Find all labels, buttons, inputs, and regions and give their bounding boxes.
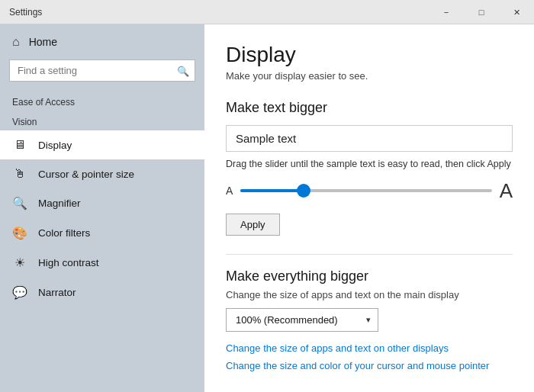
sidebar-item-display[interactable]: 🖥 Display — [0, 130, 204, 159]
display-icon: 🖥 — [12, 138, 27, 152]
sidebar-item-color-filters[interactable]: 🎨 Color filters — [0, 218, 204, 248]
cursor-icon: 🖱 — [12, 167, 27, 181]
other-displays-link[interactable]: Change the size of apps and text on othe… — [226, 342, 513, 354]
home-label: Home — [29, 36, 57, 48]
sidebar-item-display-label: Display — [38, 140, 72, 151]
search-input[interactable] — [9, 59, 195, 82]
slider-max-label: A — [500, 179, 513, 203]
section2-desc: Change the size of apps and text on the … — [226, 289, 513, 300]
sidebar-item-cursor-label: Cursor & pointer size — [38, 169, 134, 180]
sidebar-item-magnifier-label: Magnifier — [38, 198, 81, 209]
home-icon: ⌂ — [12, 35, 20, 49]
page-subtitle: Make your display easier to see. — [226, 70, 513, 82]
dropdown-wrapper: 100% (Recommended) 125% 150% 175% ▾ — [226, 308, 378, 332]
sidebar-item-home[interactable]: ⌂ Home — [0, 24, 204, 59]
titlebar-controls: − □ ✕ — [429, 0, 534, 24]
apply-button[interactable]: Apply — [226, 214, 280, 236]
maximize-button[interactable]: □ — [464, 0, 499, 24]
scale-dropdown[interactable]: 100% (Recommended) 125% 150% 175% — [226, 308, 378, 332]
sidebar-section-label: Ease of Access — [0, 91, 204, 111]
section2-title: Make everything bigger — [226, 268, 513, 284]
close-button[interactable]: ✕ — [499, 0, 534, 24]
section-divider — [226, 254, 513, 255]
narrator-icon: 💬 — [12, 285, 27, 300]
sidebar-item-cursor[interactable]: 🖱 Cursor & pointer size — [0, 159, 204, 188]
sidebar-vision-label: Vision — [0, 111, 204, 130]
sidebar: ⌂ Home 🔍 Ease of Access Vision 🖥 Display… — [0, 24, 204, 392]
content-area: Display Make your display easier to see.… — [204, 24, 534, 392]
slider-instruction: Drag the slider until the sample text is… — [226, 158, 513, 172]
color-filters-icon: 🎨 — [12, 226, 27, 240]
sidebar-item-narrator-label: Narrator — [38, 287, 76, 298]
titlebar: Settings − □ ✕ — [0, 0, 534, 24]
magnifier-icon: 🔍 — [12, 196, 27, 210]
page-title: Display — [226, 43, 513, 67]
section1-title: Make text bigger — [226, 100, 513, 116]
slider-min-label: A — [226, 185, 233, 197]
search-icon: 🔍 — [177, 65, 189, 76]
sidebar-item-high-contrast-label: High contrast — [38, 257, 99, 268]
high-contrast-icon: ☀ — [12, 255, 27, 270]
sidebar-item-magnifier[interactable]: 🔍 Magnifier — [0, 188, 204, 218]
slider-row: A A — [226, 179, 513, 203]
slider-fill — [240, 189, 303, 192]
slider-thumb[interactable] — [297, 184, 310, 198]
app-layout: ⌂ Home 🔍 Ease of Access Vision 🖥 Display… — [0, 24, 534, 392]
dropdown-row: 100% (Recommended) 125% 150% 175% ▾ — [226, 308, 513, 332]
sidebar-item-high-contrast[interactable]: ☀ High contrast — [0, 248, 204, 278]
sidebar-item-narrator[interactable]: 💬 Narrator — [0, 278, 204, 307]
sidebar-item-color-filters-label: Color filters — [38, 227, 90, 239]
minimize-button[interactable]: − — [429, 0, 464, 24]
sidebar-search: 🔍 — [9, 59, 195, 82]
titlebar-title: Settings — [9, 7, 42, 18]
cursor-color-link[interactable]: Change the size and color of your cursor… — [226, 360, 513, 371]
sample-text-box: Sample text — [226, 125, 513, 152]
slider-track — [240, 189, 491, 192]
